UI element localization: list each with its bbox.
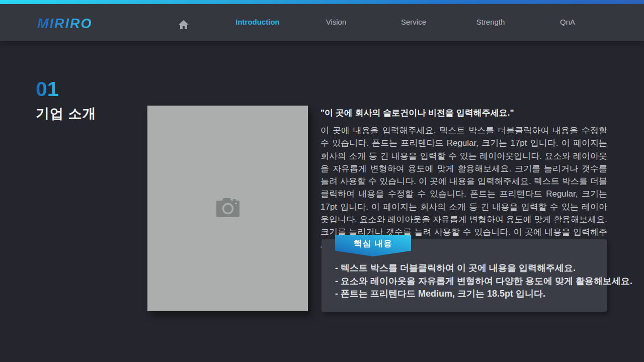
nav-item-strength[interactable]: Strength	[476, 18, 505, 26]
brand-logo[interactable]: MIRIRO	[37, 16, 93, 32]
nav-item-vision[interactable]: Vision	[326, 18, 347, 26]
key-bullet-list: - 텍스트 박스를 더블클릭하여 이 곳에 내용을 입력해주세요. - 요소와 …	[335, 262, 597, 301]
top-accent-strip	[0, 0, 644, 4]
section-title: 기업 소개	[36, 105, 97, 123]
slide-canvas: MIRIRO Introduction Vision Service Stren…	[0, 0, 644, 362]
company-description: 이 곳에 내용을 입력해주세요. 텍스트 박스를 더블클릭하여 내용을 수정할 …	[320, 124, 607, 251]
navbar: MIRIRO Introduction Vision Service Stren…	[0, 4, 644, 41]
key-bullet-item: - 폰트는 프리텐다드 Medium, 크기는 18.5pt 입니다.	[335, 288, 597, 301]
nav-item-service[interactable]: Service	[401, 18, 426, 26]
section-number: 01	[36, 78, 59, 101]
home-icon	[178, 19, 190, 31]
key-content-box: 핵심 내용 - 텍스트 박스를 더블클릭하여 이 곳에 내용을 입력해주세요. …	[321, 239, 607, 312]
camera-icon	[215, 197, 241, 221]
nav-item-introduction[interactable]: Introduction	[235, 18, 279, 26]
key-bullet-item: - 텍스트 박스를 더블클릭하여 이 곳에 내용을 입력해주세요.	[335, 262, 597, 275]
image-placeholder[interactable]	[147, 106, 308, 311]
nav-item-qna[interactable]: QnA	[560, 18, 575, 26]
key-bullet-item: - 요소와 레이아웃을 자유롭게 변형하여 다양한 용도에 맞게 활용해보세요.	[335, 275, 597, 288]
slogan-quote: "이 곳에 회사의 슬로건이나 비전을 입력해주세요."	[320, 108, 607, 119]
key-content-badge-label: 핵심 내용	[354, 238, 393, 249]
home-button[interactable]	[178, 19, 190, 31]
key-content-ribbon: 핵심 내용	[335, 235, 411, 256]
